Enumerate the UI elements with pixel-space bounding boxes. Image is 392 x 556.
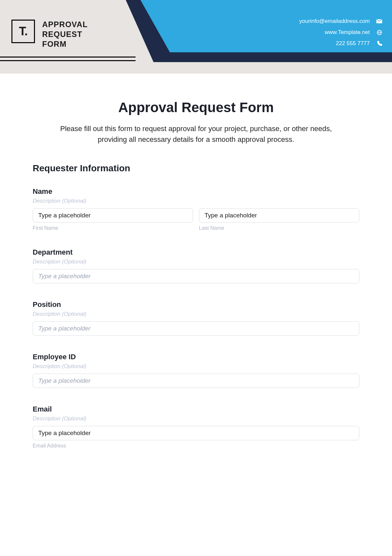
header-title-line2: REQUEST	[42, 29, 88, 39]
desc-employee-id: Description (Optional)	[33, 363, 359, 370]
header-title-line1: APPROVAL	[42, 20, 88, 29]
desc-email: Description (Optional)	[33, 415, 359, 422]
desc-department: Description (Optional)	[33, 259, 359, 265]
header-double-underline	[0, 57, 136, 61]
label-department: Department	[33, 248, 359, 257]
desc-position: Description (Optional)	[33, 311, 359, 317]
phone-icon	[376, 40, 383, 47]
sublabel-first-name: First Name	[33, 225, 193, 231]
department-input[interactable]	[33, 269, 359, 283]
field-position: Position Description (Optional)	[33, 300, 359, 336]
first-name-input[interactable]	[33, 208, 193, 223]
form-intro: Please fill out this form to request app…	[49, 123, 343, 145]
desc-name: Description (Optional)	[33, 198, 359, 204]
contact-website: www.Template.net	[325, 29, 370, 36]
contact-email: yourinfo@emailaddress.com	[299, 18, 370, 25]
field-department: Department Description (Optional)	[33, 248, 359, 283]
form-title: Approval Request Form	[33, 100, 359, 115]
header-title: APPROVAL REQUEST FORM	[42, 20, 88, 49]
label-employee-id: Employee ID	[33, 353, 359, 361]
field-name: Name Description (Optional) First Name L…	[33, 187, 359, 231]
globe-icon	[376, 29, 383, 36]
email-input[interactable]	[33, 426, 359, 440]
form-content: Approval Request Form Please fill out th…	[0, 74, 392, 449]
label-name: Name	[33, 187, 359, 196]
sublabel-email: Email Address	[33, 443, 359, 449]
sublabel-last-name: Last Name	[199, 225, 359, 231]
label-position: Position	[33, 300, 359, 309]
section-heading-requester: Requester Information	[33, 163, 359, 174]
label-email: Email	[33, 405, 359, 413]
contact-block: yourinfo@emailaddress.com www.Template.n…	[299, 16, 383, 49]
last-name-input[interactable]	[199, 208, 359, 223]
field-email: Email Description (Optional) Email Addre…	[33, 405, 359, 449]
logo-text: T.	[19, 25, 27, 38]
employee-id-input[interactable]	[33, 374, 359, 388]
position-input[interactable]	[33, 321, 359, 336]
field-employee-id: Employee ID Description (Optional)	[33, 353, 359, 388]
logo-mark: T.	[11, 20, 35, 43]
logo-block: T. APPROVAL REQUEST FORM	[11, 20, 88, 49]
header-title-line3: FORM	[42, 39, 88, 49]
header-band: T. APPROVAL REQUEST FORM yourinfo@emaila…	[0, 0, 392, 74]
email-icon	[376, 18, 383, 25]
contact-phone: 222 555 7777	[336, 40, 370, 47]
